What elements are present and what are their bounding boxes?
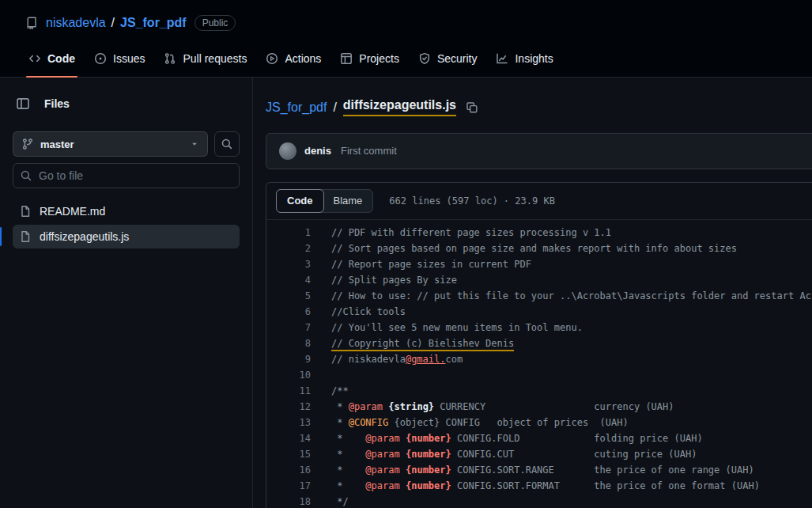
goto-file-wrapper bbox=[13, 163, 240, 188]
nav-tab-label: Issues bbox=[113, 52, 145, 65]
repo-name-link[interactable]: JS_for_pdf bbox=[120, 16, 187, 30]
line-number[interactable]: 1 bbox=[266, 225, 311, 241]
search-icon bbox=[221, 138, 233, 150]
commit-message[interactable]: First commit bbox=[341, 145, 397, 157]
file-name: README.md bbox=[40, 205, 105, 218]
play-icon bbox=[266, 52, 278, 65]
breadcrumb-file-name: diffsizepageutils.js bbox=[343, 98, 456, 116]
code-lines: 1// PDF with different page sizes proces… bbox=[266, 220, 812, 508]
copy-path-button[interactable] bbox=[466, 101, 478, 114]
chevron-down-icon bbox=[190, 139, 199, 149]
code-icon bbox=[28, 52, 41, 65]
tab-blame[interactable]: Blame bbox=[323, 190, 373, 212]
file-view: JS_for_pdf / diffsizepageutils.js denis … bbox=[253, 78, 812, 508]
code-text: // Sort pages based on page size and mak… bbox=[311, 241, 737, 256]
code-line: 4// Split pages By size bbox=[266, 272, 812, 288]
code-text: */ bbox=[311, 494, 349, 508]
code-line: 11/** bbox=[266, 383, 812, 399]
shield-icon bbox=[418, 52, 431, 65]
search-icon bbox=[20, 169, 32, 182]
nav-tab-label: Code bbox=[47, 52, 75, 65]
line-number[interactable]: 5 bbox=[266, 288, 311, 304]
file-tree: README.md diffsizepageutils.js bbox=[13, 199, 240, 248]
code-line: 3// Report page sizes in current PDF bbox=[266, 256, 812, 272]
file-meta-info: 662 lines (597 loc) · 23.9 KB bbox=[389, 195, 555, 207]
branch-selector-button[interactable]: master bbox=[13, 131, 208, 157]
code-line: 1// PDF with different page sizes proces… bbox=[266, 225, 812, 241]
code-text bbox=[311, 367, 331, 383]
repo-owner-link[interactable]: niskadevla bbox=[46, 16, 106, 30]
line-number[interactable]: 3 bbox=[266, 256, 311, 272]
code-text: * @param {string} CURRENCY currency (UAH… bbox=[311, 399, 674, 415]
table-icon bbox=[340, 52, 353, 65]
line-number[interactable]: 16 bbox=[266, 462, 311, 478]
nav-tab-insights[interactable]: Insights bbox=[486, 46, 562, 77]
file-icon bbox=[19, 205, 32, 218]
code-text: // You'll see 5 new menu items in Tool m… bbox=[311, 320, 583, 336]
code-line: 8// Copyright (c) Bielishev Denis bbox=[266, 336, 812, 351]
line-number[interactable]: 8 bbox=[266, 336, 311, 351]
nav-tab-security[interactable]: Security bbox=[409, 46, 487, 77]
nav-tab-projects[interactable]: Projects bbox=[330, 46, 409, 77]
nav-tab-label: Pull requests bbox=[183, 52, 247, 65]
code-line: 7// You'll see 5 new menu items in Tool … bbox=[266, 320, 812, 336]
repo-title-separator: / bbox=[111, 16, 115, 30]
code-line: 18 */ bbox=[266, 494, 812, 508]
repo-nav: Code Issues Pull requests Actions Projec… bbox=[19, 46, 799, 77]
tab-code[interactable]: Code bbox=[276, 189, 324, 213]
line-number[interactable]: 9 bbox=[266, 351, 311, 367]
line-number[interactable]: 18 bbox=[266, 494, 311, 508]
code-line: 16 * @param {number} CONFIG.SORT.RANGE t… bbox=[266, 462, 812, 478]
breadcrumb-separator: / bbox=[333, 100, 336, 115]
git-pull-request-icon bbox=[164, 52, 176, 65]
breadcrumb-repo-link[interactable]: JS_for_pdf bbox=[266, 100, 327, 115]
line-number[interactable]: 6 bbox=[266, 304, 311, 320]
commit-author-name[interactable]: denis bbox=[304, 145, 331, 157]
code-line: 5// How to use: // put this file to your… bbox=[266, 288, 812, 304]
nav-tab-label: Actions bbox=[285, 52, 321, 65]
repo-header: niskadevla / JS_for_pdf Public Code Issu… bbox=[0, 0, 812, 78]
nav-tab-issues[interactable]: Issues bbox=[85, 46, 154, 77]
nav-tab-label: Insights bbox=[515, 52, 553, 65]
line-number[interactable]: 17 bbox=[266, 478, 311, 494]
line-number[interactable]: 15 bbox=[266, 446, 311, 462]
branch-name: master bbox=[40, 138, 74, 150]
latest-commit-bar: denis First commit bbox=[266, 133, 812, 169]
search-this-repo-button[interactable] bbox=[214, 131, 240, 157]
issue-opened-icon bbox=[94, 52, 107, 65]
line-number[interactable]: 10 bbox=[266, 367, 311, 383]
code-text: * @param {number} CONFIG.CUT cuting pric… bbox=[311, 446, 697, 462]
code-text: // How to use: // put this file to your … bbox=[311, 288, 812, 304]
line-number[interactable]: 13 bbox=[266, 415, 311, 430]
line-number[interactable]: 2 bbox=[266, 241, 311, 256]
content: Files master README.md bbox=[0, 78, 812, 508]
code-text: /** bbox=[311, 383, 349, 399]
line-number[interactable]: 11 bbox=[266, 383, 311, 399]
file-name: diffsizepageutils.js bbox=[40, 230, 129, 243]
code-line: 12 * @param {string} CURRENCY currency (… bbox=[266, 399, 812, 415]
code-text: // Split pages By size bbox=[311, 272, 457, 288]
breadcrumb: JS_for_pdf / diffsizepageutils.js bbox=[266, 98, 812, 117]
nav-tab-pull-requests[interactable]: Pull requests bbox=[154, 46, 256, 77]
line-number[interactable]: 7 bbox=[266, 320, 311, 336]
code-blame-toggle: Code Blame bbox=[276, 189, 373, 213]
nav-tab-label: Security bbox=[437, 52, 478, 65]
code-text: //Click tools bbox=[311, 304, 406, 320]
line-number[interactable]: 4 bbox=[266, 272, 311, 288]
commit-author-avatar[interactable] bbox=[279, 142, 296, 160]
code-text: * @param {number} CONFIG.FOLD folding pr… bbox=[311, 430, 703, 446]
code-card: Code Blame 662 lines (597 loc) · 23.9 KB… bbox=[266, 182, 812, 508]
nav-tab-actions[interactable]: Actions bbox=[256, 46, 330, 77]
line-number[interactable]: 14 bbox=[266, 430, 311, 446]
tree-item-readme[interactable]: README.md bbox=[13, 199, 240, 223]
line-number[interactable]: 12 bbox=[266, 399, 311, 415]
tree-item-diffsizepageutils[interactable]: diffsizepageutils.js bbox=[13, 225, 240, 248]
nav-tab-label: Projects bbox=[359, 52, 399, 65]
nav-tab-code[interactable]: Code bbox=[19, 46, 85, 77]
code-text: // niskadevla@gmail.com bbox=[311, 351, 463, 367]
branch-row: master bbox=[13, 131, 240, 157]
goto-file-input[interactable] bbox=[13, 163, 240, 188]
code-line: 2// Sort pages based on page size and ma… bbox=[266, 241, 812, 256]
code-line: 6//Click tools bbox=[266, 304, 812, 320]
collapse-sidebar-button[interactable] bbox=[13, 93, 33, 114]
